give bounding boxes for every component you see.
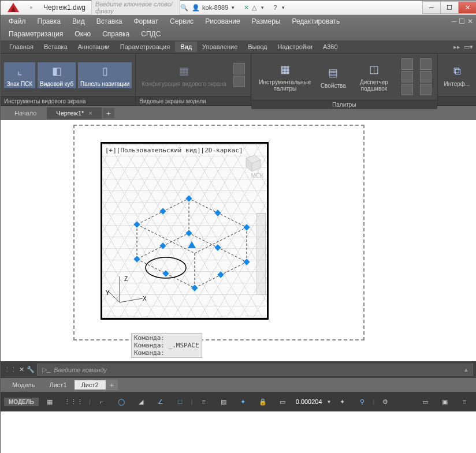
menu-edit[interactable]: Правка bbox=[32, 15, 67, 28]
dropdown-icon[interactable]: ▼ bbox=[258, 3, 266, 12]
palette-icon[interactable] bbox=[401, 58, 413, 70]
lineweight-icon[interactable]: ≡ bbox=[195, 395, 213, 409]
viewport-scale[interactable]: 0.000204 bbox=[293, 398, 325, 405]
rtab-a360[interactable]: A360 bbox=[318, 42, 343, 52]
rtab-view[interactable]: Вид bbox=[175, 42, 197, 52]
ucs-icon-button[interactable]: ⌞Знак ПСК bbox=[4, 62, 35, 88]
doctab-drawing[interactable]: Чертеж1*× bbox=[47, 107, 101, 119]
menu-help[interactable]: Справка bbox=[96, 28, 135, 40]
annotation-icon[interactable]: ✦ bbox=[334, 395, 351, 409]
close-icon[interactable]: × bbox=[88, 110, 92, 117]
palette-icon[interactable] bbox=[420, 71, 432, 83]
sheetset-button[interactable]: ◫Диспетчер подшивок bbox=[351, 61, 397, 93]
menu-modify[interactable]: Редактировать bbox=[286, 15, 345, 28]
search-input[interactable]: Введите ключевое слово/фразу bbox=[91, 0, 180, 16]
rtab-home[interactable]: Главная bbox=[4, 42, 39, 52]
doctab-start[interactable]: Начало bbox=[5, 107, 46, 119]
view-cube-button[interactable]: ◧Видовой куб bbox=[38, 62, 76, 88]
exchange-icon[interactable]: ✕ bbox=[242, 3, 250, 12]
rtab-insert[interactable]: Вставка bbox=[39, 42, 73, 52]
menu-file[interactable]: Файл bbox=[3, 15, 32, 28]
properties-button[interactable]: ▤Свойства bbox=[318, 64, 349, 90]
qat-expand-icon[interactable]: » bbox=[26, 2, 36, 13]
dropdown-icon[interactable]: ▼ bbox=[279, 3, 287, 12]
palette-icon[interactable] bbox=[420, 84, 432, 95]
close-button[interactable]: ✕ bbox=[458, 1, 476, 14]
menu-view[interactable]: Вид bbox=[66, 15, 91, 28]
restore-viewport-icon[interactable] bbox=[233, 76, 245, 87]
search-icon[interactable]: 🔍 bbox=[180, 3, 188, 12]
menu-parametric[interactable]: Параметризация bbox=[3, 28, 69, 40]
panel-label[interactable]: Палитры bbox=[251, 100, 437, 109]
model-space-toggle[interactable]: МОДЕЛЬ bbox=[4, 398, 39, 406]
app-logo[interactable] bbox=[3, 1, 24, 14]
maximize-button[interactable]: ☐ bbox=[440, 1, 459, 14]
tool-palettes-button[interactable]: ▦Инструментальные палитры bbox=[255, 61, 315, 93]
workspace-icon[interactable]: ⚙ bbox=[377, 395, 394, 409]
panel-label[interactable] bbox=[438, 96, 476, 106]
menu-dimensions[interactable]: Размеры bbox=[246, 15, 287, 28]
menu-window[interactable]: Окно bbox=[69, 28, 96, 40]
menu-draw[interactable]: Рисование bbox=[199, 15, 246, 28]
rtab-addins[interactable]: Надстройки bbox=[273, 42, 318, 52]
drawing-area[interactable]: [+][Пользовательский вид][2D-каркас] МСК… bbox=[1, 120, 476, 361]
customize-icon[interactable]: ≡ bbox=[456, 395, 473, 409]
new-drawing-button[interactable]: + bbox=[103, 108, 114, 118]
user-area[interactable]: 👤 kok-8989 ▼ bbox=[192, 3, 235, 12]
transparency-icon[interactable]: ▨ bbox=[215, 395, 232, 409]
rtab-parametric[interactable]: Параметризация bbox=[115, 42, 175, 52]
dropdown-icon[interactable]: ▼ bbox=[327, 399, 332, 405]
viewport-config-button[interactable]: ▦Конфигурация видового экрана bbox=[139, 62, 228, 88]
layout-tab-model[interactable]: Модель bbox=[5, 380, 42, 390]
layout-tab-sheet2[interactable]: Лист2 bbox=[75, 380, 106, 390]
menu-service[interactable]: Сервис bbox=[164, 15, 199, 28]
grid-icon[interactable]: ▦ bbox=[41, 395, 58, 409]
rtab-panel-icon[interactable]: ▭▾ bbox=[464, 43, 473, 51]
cmd-recent-icon[interactable]: ▴ bbox=[464, 366, 468, 373]
lock-icon[interactable]: 🔒 bbox=[254, 395, 272, 409]
palette-icon[interactable] bbox=[401, 84, 413, 95]
menu-spds[interactable]: СПДС bbox=[135, 28, 166, 40]
cmd-grip-icon[interactable]: ⋮⋮ bbox=[4, 366, 17, 373]
interface-button[interactable]: ⧉Интерф... bbox=[441, 62, 473, 88]
command-input[interactable]: ▷_ Введите команду ▴ bbox=[37, 364, 473, 376]
monitor-icon[interactable]: ▭ bbox=[416, 395, 434, 409]
panel-label[interactable]: Инструменты видового экрана bbox=[1, 96, 135, 106]
mdi-close-icon[interactable]: ✕ bbox=[467, 17, 473, 25]
mdi-restore-icon[interactable]: ☐ bbox=[459, 17, 465, 25]
layout-tab-sheet1[interactable]: Лист1 bbox=[42, 380, 73, 390]
rtab-overflow-icon[interactable]: ▸▸ bbox=[453, 43, 460, 51]
qat: » bbox=[26, 2, 36, 13]
rtab-manage[interactable]: Управление bbox=[197, 42, 243, 52]
snap-icon[interactable]: ⋮⋮⋮ bbox=[61, 395, 87, 409]
nav-bar-button[interactable]: ▯Панель навигации bbox=[78, 62, 132, 88]
panel-palettes: ▦Инструментальные палитры ▤Свойства ◫Дис… bbox=[251, 54, 438, 106]
join-viewport-icon[interactable] bbox=[233, 63, 245, 74]
cmd-close-icon[interactable]: ✕ bbox=[19, 366, 24, 373]
palette-icon[interactable] bbox=[420, 58, 432, 70]
panel-label[interactable]: Видовые экраны модели bbox=[136, 96, 250, 106]
otrack-icon[interactable]: □ bbox=[172, 395, 189, 409]
mdi-minimize-icon[interactable]: ─ bbox=[451, 17, 456, 25]
polar-icon[interactable]: ◯ bbox=[113, 395, 130, 409]
new-layout-button[interactable]: + bbox=[106, 380, 118, 390]
ortho-icon[interactable]: ⌐ bbox=[93, 395, 110, 409]
minimize-button[interactable]: ─ bbox=[422, 1, 441, 14]
annoscale-icon[interactable]: ⚲ bbox=[354, 395, 371, 409]
rtab-annotate[interactable]: Аннотации bbox=[73, 42, 115, 52]
help-icon[interactable]: ? bbox=[271, 3, 279, 12]
menu-insert[interactable]: Вставка bbox=[91, 15, 128, 28]
cycling-icon[interactable]: ✦ bbox=[235, 395, 252, 409]
viewport[interactable]: [+][Пользовательский вид][2D-каркас] МСК… bbox=[101, 142, 269, 320]
cleanscreen-icon[interactable]: ▣ bbox=[436, 395, 453, 409]
cmd-tools-icon[interactable]: 🔧 bbox=[27, 366, 35, 373]
cloud-icon[interactable]: △ bbox=[250, 3, 258, 12]
nav-bar[interactable] bbox=[256, 213, 266, 295]
isodraft-icon[interactable]: ◢ bbox=[132, 395, 150, 409]
osnap-icon[interactable]: ∠ bbox=[152, 395, 169, 409]
rtab-output[interactable]: Вывод bbox=[243, 42, 272, 52]
menu-format[interactable]: Формат bbox=[128, 15, 164, 28]
palette-icon[interactable] bbox=[401, 71, 413, 83]
scale-icon[interactable]: ▭ bbox=[274, 395, 291, 409]
move-gizmo-icon[interactable] bbox=[188, 241, 196, 248]
